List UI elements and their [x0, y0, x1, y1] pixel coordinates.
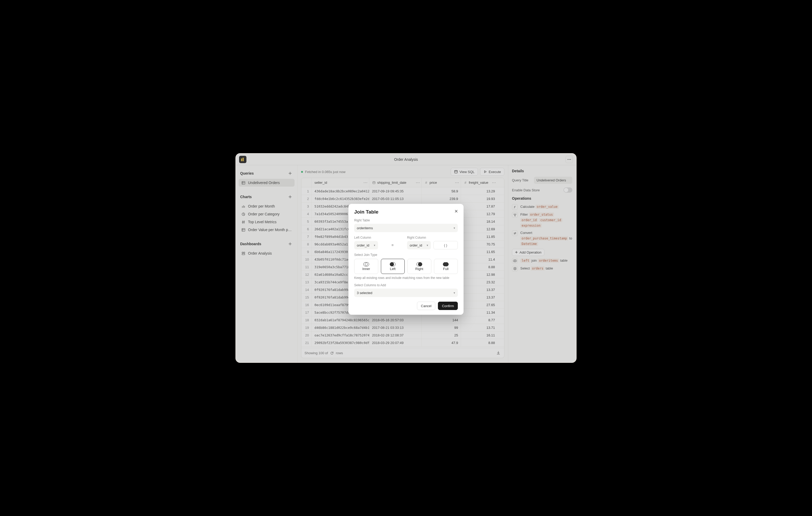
left-col-label: Left Column: [354, 236, 378, 239]
join-type-label: Select Join Type: [354, 253, 458, 257]
left-column-select[interactable]: order_id ▾: [354, 241, 378, 249]
right-table-select[interactable]: orderitems ▾: [354, 224, 458, 232]
modal-footer: Cancel Confirm: [354, 302, 458, 310]
right-col-label: Right Column: [407, 236, 431, 239]
join-table-modal: Join Table Right Table orderitems ▾ Left…: [348, 204, 464, 315]
join-left[interactable]: Left: [381, 259, 405, 274]
cols-value: 3 selected: [357, 291, 372, 295]
braces-label: { }: [444, 243, 447, 247]
chevron-down-icon: ▾: [427, 244, 428, 247]
confirm-button[interactable]: Confirm: [438, 302, 458, 310]
chevron-down-icon: ▾: [454, 226, 455, 230]
venn-inner-icon: [364, 262, 369, 266]
app-window: Order Analysis Queries Undelivered Order…: [236, 154, 576, 362]
right-table-value: orderitems: [357, 226, 373, 230]
close-button[interactable]: [454, 209, 459, 214]
chevron-down-icon: ▾: [454, 291, 455, 295]
venn-left-icon: [390, 262, 396, 266]
venn-right-icon: [416, 262, 422, 266]
join-type-group: Inner Left Right Full: [354, 259, 458, 274]
right-table-label: Right Table: [354, 218, 458, 222]
cancel-button[interactable]: Cancel: [417, 302, 435, 310]
columns-select[interactable]: 3 selected ▾: [354, 289, 458, 297]
join-right[interactable]: Right: [407, 259, 431, 274]
right-column-select[interactable]: order_id ▾: [407, 241, 431, 249]
equals-label: =: [381, 243, 404, 249]
venn-full-icon: [443, 262, 448, 266]
modal-title: Join Table: [354, 209, 458, 215]
right-col-value: order_id: [410, 243, 422, 247]
close-icon: [455, 209, 458, 213]
confirm-label: Confirm: [442, 304, 454, 308]
join-hint: Keep all existing rows and include match…: [354, 276, 458, 280]
expression-button[interactable]: { }: [433, 241, 458, 249]
join-full[interactable]: Full: [434, 259, 458, 274]
cancel-label: Cancel: [421, 304, 431, 308]
modal-scrim[interactable]: Join Table Right Table orderitems ▾ Left…: [236, 154, 576, 362]
join-inner[interactable]: Inner: [354, 259, 378, 274]
left-col-value: order_id: [357, 243, 369, 247]
cols-label: Select Columns to Add: [354, 283, 458, 287]
chevron-down-icon: ▾: [374, 244, 375, 247]
